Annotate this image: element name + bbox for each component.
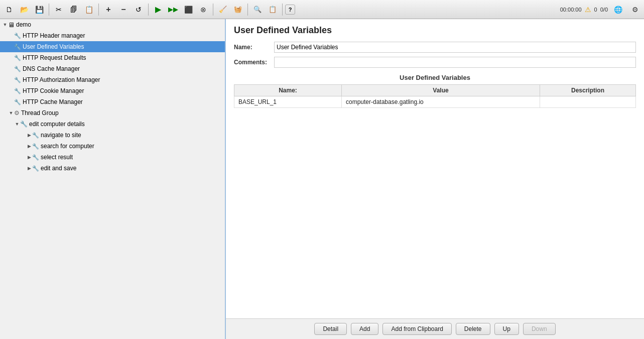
tree-item-http-auth-manager[interactable]: 🔧 HTTP Authorization Manager: [0, 74, 225, 85]
cut-button[interactable]: ✂: [52, 3, 66, 17]
search-button[interactable]: 🔍: [250, 3, 265, 17]
wrench-icon-request-defaults: 🔧: [14, 55, 21, 61]
wrench-icon-dns: 🔧: [14, 66, 21, 72]
tree-item-http-request-defaults[interactable]: 🔧 HTTP Request Defaults: [0, 52, 225, 63]
name-row: Name:: [234, 42, 636, 53]
add-button[interactable]: Add: [351, 323, 378, 335]
comments-input[interactable]: [274, 57, 636, 68]
separator-5: [247, 4, 248, 16]
separator-2: [98, 4, 99, 16]
tree-label-edit-and-save: edit and save: [41, 165, 76, 172]
cell-value: computer-database.gatling.io: [342, 96, 540, 108]
tree-label-http-auth-manager: HTTP Authorization Manager: [23, 76, 100, 83]
tree-label-http-cache-manager: HTTP Cache Manager: [23, 98, 83, 105]
tree-label-user-defined-variables: User Defined Variables: [23, 43, 84, 50]
separator-4: [213, 4, 213, 16]
add-node-button[interactable]: +: [101, 3, 115, 17]
wrench-icon-cache: 🔧: [14, 99, 21, 105]
name-input[interactable]: [274, 42, 636, 53]
tree-item-thread-group[interactable]: ▼ ⚙ Thread Group: [0, 107, 225, 119]
clear-all-button[interactable]: 🧹: [216, 3, 230, 17]
help-button[interactable]: ?: [285, 5, 295, 15]
wrench-icon-cookie: 🔧: [14, 88, 21, 94]
tree-item-select-result[interactable]: ▶ 🔧 select result: [0, 152, 225, 163]
table-row[interactable]: BASE_URL_1 computer-database.gatling.io: [234, 96, 636, 108]
tree-item-navigate-to-site[interactable]: ▶ 🔧 navigate to site: [0, 130, 225, 141]
chevron-edit-computer[interactable]: ▼: [14, 121, 20, 127]
cell-name: BASE_URL_1: [234, 96, 342, 108]
new-file-button[interactable]: 🗋: [2, 3, 16, 17]
clear-button[interactable]: 🧺: [231, 3, 245, 17]
name-label: Name:: [234, 44, 274, 51]
script-icon-search: 🔧: [32, 143, 39, 150]
wrench-icon-auth: 🔧: [14, 77, 21, 83]
tree-item-http-cache-manager[interactable]: 🔧 HTTP Cache Manager: [0, 96, 225, 107]
demo-icon: 🖥: [8, 21, 15, 29]
up-button[interactable]: Up: [494, 323, 519, 335]
main-layout: ▼ 🖥 demo 🔧 HTTP Header manager 🔧 User De…: [0, 19, 644, 339]
tree-label-select-result: select result: [41, 154, 73, 161]
tree-label-http-cookie-manager: HTTP Cookie Manager: [23, 87, 84, 94]
toolbar-status: 00:00:00 ⚠ 0 0/0 🌐 ⚙: [560, 3, 642, 17]
stop-button[interactable]: ⬛: [181, 3, 195, 17]
chevron-select[interactable]: ▶: [26, 154, 32, 160]
col-description-header: Description: [540, 85, 636, 96]
comments-row: Comments:: [234, 57, 636, 68]
copy-button[interactable]: 🗐: [67, 3, 81, 17]
script-icon-edit-computer: 🔧: [20, 121, 28, 128]
chevron-demo[interactable]: ▼: [2, 22, 8, 28]
col-name-header: Name:: [234, 85, 342, 96]
col-value-header: Value: [342, 85, 540, 96]
tree-item-dns-cache-manager[interactable]: 🔧 DNS Cache Manager: [0, 63, 225, 74]
start-no-pauses-button[interactable]: ▶▶: [166, 3, 180, 17]
save-file-button[interactable]: 💾: [32, 3, 46, 17]
script-icon-select: 🔧: [32, 154, 39, 161]
error-ratio: 0/0: [600, 7, 608, 13]
chevron-navigate[interactable]: ▶: [26, 132, 32, 138]
status-time: 00:00:00: [560, 7, 582, 13]
warning-count: 0: [594, 7, 597, 13]
options-button[interactable]: ⚙: [628, 3, 642, 17]
shutdown-button[interactable]: ⊗: [196, 3, 210, 17]
add-from-clipboard-button[interactable]: Add from Clipboard: [382, 323, 451, 335]
tree-item-edit-and-save[interactable]: ▶ 🔧 edit and save: [0, 163, 225, 174]
tree-label-thread-group: Thread Group: [21, 109, 59, 117]
tree-label-http-header-manager: HTTP Header manager: [23, 32, 85, 39]
wrench-icon-udv: 🔧: [14, 44, 21, 50]
tree-item-user-defined-variables[interactable]: 🔧 User Defined Variables: [0, 41, 225, 52]
tree-label-dns-cache-manager: DNS Cache Manager: [23, 65, 80, 72]
separator-1: [49, 4, 49, 16]
start-button[interactable]: ▶: [151, 3, 165, 17]
left-panel: ▼ 🖥 demo 🔧 HTTP Header manager 🔧 User De…: [0, 19, 226, 339]
tree-item-http-cookie-manager[interactable]: 🔧 HTTP Cookie Manager: [0, 85, 225, 96]
chevron-edit-save[interactable]: ▶: [26, 165, 32, 171]
tree-label-search-for-computer: search for computer: [41, 143, 94, 150]
gear-icon-thread-group: ⚙: [14, 109, 20, 117]
down-button[interactable]: Down: [523, 323, 556, 335]
remove-node-button[interactable]: −: [116, 3, 131, 17]
tree-item-search-for-computer[interactable]: ▶ 🔧 search for computer: [0, 141, 225, 152]
tree-label-http-request-defaults: HTTP Request Defaults: [23, 54, 86, 61]
right-panel: User Defined Variables Name: Comments: U…: [226, 19, 644, 339]
tree-item-edit-computer-details[interactable]: ▼ 🔧 edit computer details: [0, 119, 225, 130]
content-area: User Defined Variables Name: Comments: U…: [226, 19, 644, 318]
toggle-log-button[interactable]: 📋: [266, 3, 280, 17]
paste-button[interactable]: 📋: [82, 3, 96, 17]
open-file-button[interactable]: 📂: [17, 3, 31, 17]
chevron-search[interactable]: ▶: [26, 143, 32, 149]
warning-icon: ⚠: [585, 6, 591, 14]
detail-button[interactable]: Detail: [314, 323, 347, 335]
tree-item-http-header-manager[interactable]: 🔧 HTTP Header manager: [0, 30, 225, 41]
chevron-thread-group[interactable]: ▼: [8, 110, 14, 116]
delete-button[interactable]: Delete: [456, 323, 490, 335]
tree-item-demo[interactable]: ▼ 🖥 demo: [0, 19, 225, 30]
tree-label-navigate-to-site: navigate to site: [41, 132, 81, 139]
variables-table: Name: Value Description BASE_URL_1 compu…: [234, 84, 636, 108]
reset-button[interactable]: ↺: [132, 3, 146, 17]
tree-label-demo: demo: [16, 21, 31, 28]
separator-3: [148, 4, 149, 16]
globe-button[interactable]: 🌐: [611, 3, 625, 17]
comments-label: Comments:: [234, 59, 274, 66]
separator-6: [282, 4, 283, 16]
tree-label-edit-computer-details: edit computer details: [29, 121, 85, 128]
